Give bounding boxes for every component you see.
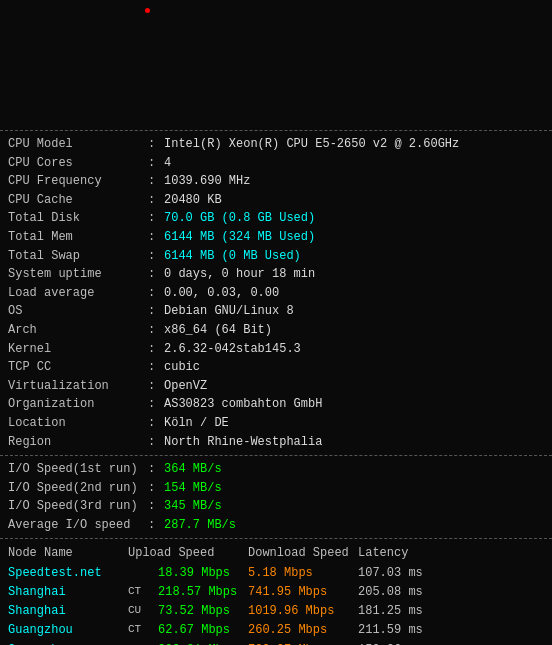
io-run1-row: I/O Speed(1st run) : 364 MB/s: [8, 460, 544, 479]
node-badge: CU: [128, 602, 158, 621]
node-badge: CT: [128, 621, 158, 640]
arch-value: x86_64 (64 Bit): [164, 321, 544, 340]
org-value: AS30823 combahton GmbH: [164, 395, 544, 414]
node-latency: 205.08 ms: [358, 583, 423, 602]
cpu-model-value: Intel(R) Xeon(R) CPU E5-2650 v2 @ 2.60GH…: [164, 135, 544, 154]
table-row: Shanghai CT 218.57 Mbps 741.95 Mbps 205.…: [8, 583, 544, 602]
location-row: Location : Köln / DE: [8, 414, 544, 433]
node-download: 789.07 Mbps: [248, 641, 358, 645]
io-run3-row: I/O Speed(3rd run) : 345 MB/s: [8, 497, 544, 516]
node-upload: 73.52 Mbps: [158, 602, 248, 621]
node-name: Speedtest.net: [8, 564, 128, 583]
cpu-model-row: CPU Model : Intel(R) Xeon(R) CPU E5-2650…: [8, 135, 544, 154]
total-swap-row: Total Swap : 6144 MB (0 MB Used): [8, 247, 544, 266]
region-label: Region: [8, 433, 148, 452]
arch-row: Arch : x86_64 (64 Bit): [8, 321, 544, 340]
kernel-value: 2.6.32-042stab145.3: [164, 340, 544, 359]
io-run1-label: I/O Speed(1st run): [8, 460, 148, 479]
cpu-model-colon: :: [148, 135, 164, 154]
load-avg-value: 0.00, 0.03, 0.00: [164, 284, 544, 303]
sys-uptime-label: System uptime: [8, 265, 148, 284]
total-mem-value: 6144 MB (324 MB Used): [164, 228, 544, 247]
os-value: Debian GNU/Linux 8: [164, 302, 544, 321]
io-run3-label: I/O Speed(3rd run): [8, 497, 148, 516]
tcp-cc-row: TCP CC : cubic: [8, 358, 544, 377]
cpu-cores-label: CPU Cores: [8, 154, 148, 173]
cpu-freq-row: CPU Frequency : 1039.690 MHz: [8, 172, 544, 191]
node-download: 1019.96 Mbps: [248, 602, 358, 621]
io-avg-row: Average I/O speed : 287.7 MB/s: [8, 516, 544, 535]
io-avg-value: 287.7 MB/s: [164, 516, 236, 535]
location-label: Location: [8, 414, 148, 433]
cpu-cores-row: CPU Cores : 4: [8, 154, 544, 173]
header-latency: Latency: [358, 543, 448, 563]
os-row: OS : Debian GNU/Linux 8: [8, 302, 544, 321]
total-mem-row: Total Mem : 6144 MB (324 MB Used): [8, 228, 544, 247]
node-upload: 18.39 Mbps: [158, 564, 248, 583]
load-avg-label: Load average: [8, 284, 148, 303]
io-run2-row: I/O Speed(2nd run) : 154 MB/s: [8, 479, 544, 498]
total-disk-label: Total Disk: [8, 209, 148, 228]
arch-label: Arch: [8, 321, 148, 340]
total-swap-value: 6144 MB (0 MB Used): [164, 247, 544, 266]
header-name: Node Name: [8, 543, 128, 563]
io-avg-label: Average I/O speed: [8, 516, 148, 535]
node-table-header: Node Name Upload Speed Download Speed La…: [8, 543, 544, 563]
node-latency: 107.03 ms: [358, 564, 423, 583]
node-latency: 181.25 ms: [358, 602, 423, 621]
total-swap-label: Total Swap: [8, 247, 148, 266]
node-download: 5.18 Mbps: [248, 564, 358, 583]
table-row: Speedtest.net 18.39 Mbps 5.18 Mbps 107.0…: [8, 564, 544, 583]
load-avg-row: Load average : 0.00, 0.03, 0.00: [8, 284, 544, 303]
node-name: Guangzhou: [8, 641, 128, 645]
kernel-row: Kernel : 2.6.32-042stab145.3: [8, 340, 544, 359]
node-upload: 62.67 Mbps: [158, 621, 248, 640]
io-run2-value: 154 MB/s: [164, 479, 222, 498]
io-run2-label: I/O Speed(2nd run): [8, 479, 148, 498]
node-name: Guangzhou: [8, 621, 128, 640]
node-download: 741.95 Mbps: [248, 583, 358, 602]
node-name: Shanghai: [8, 602, 128, 621]
node-badge: CT: [128, 583, 158, 602]
region-value: North Rhine-Westphalia: [164, 433, 544, 452]
cpu-cache-value: 20480 KB: [164, 191, 544, 210]
red-dot: [145, 8, 150, 13]
top-banner: [0, 0, 552, 130]
region-row: Region : North Rhine-Westphalia: [8, 433, 544, 452]
header-download: Download Speed: [248, 543, 358, 563]
node-download: 260.25 Mbps: [248, 621, 358, 640]
total-disk-row: Total Disk : 70.0 GB (0.8 GB Used): [8, 209, 544, 228]
virt-value: OpenVZ: [164, 377, 544, 396]
node-upload: 202.81 Mbps: [158, 641, 248, 645]
cpu-freq-label: CPU Frequency: [8, 172, 148, 191]
table-row: Shanghai CU 73.52 Mbps 1019.96 Mbps 181.…: [8, 602, 544, 621]
os-label: OS: [8, 302, 148, 321]
sys-uptime-row: System uptime : 0 days, 0 hour 18 min: [8, 265, 544, 284]
kernel-label: Kernel: [8, 340, 148, 359]
sys-uptime-value: 0 days, 0 hour 18 min: [164, 265, 544, 284]
cpu-cache-row: CPU Cache : 20480 KB: [8, 191, 544, 210]
node-latency: 159.26 ms: [358, 641, 423, 645]
org-row: Organization : AS30823 combahton GmbH: [8, 395, 544, 414]
node-badge: CU: [128, 641, 158, 645]
tcp-cc-value: cubic: [164, 358, 544, 377]
node-upload: 218.57 Mbps: [158, 583, 248, 602]
header-upload: Upload Speed: [128, 543, 248, 563]
table-row: Guangzhou CU 202.81 Mbps 789.07 Mbps 159…: [8, 641, 544, 645]
total-disk-value: 70.0 GB (0.8 GB Used): [164, 209, 544, 228]
cpu-freq-value: 1039.690 MHz: [164, 172, 544, 191]
virt-label: Virtualization: [8, 377, 148, 396]
system-info: CPU Model : Intel(R) Xeon(R) CPU E5-2650…: [0, 131, 552, 455]
total-mem-label: Total Mem: [8, 228, 148, 247]
node-rows: Speedtest.net 18.39 Mbps 5.18 Mbps 107.0…: [8, 564, 544, 645]
io-info: I/O Speed(1st run) : 364 MB/s I/O Speed(…: [0, 456, 552, 538]
node-latency: 211.59 ms: [358, 621, 423, 640]
virt-row: Virtualization : OpenVZ: [8, 377, 544, 396]
cpu-cache-label: CPU Cache: [8, 191, 148, 210]
io-run3-value: 345 MB/s: [164, 497, 222, 516]
cpu-model-label: CPU Model: [8, 135, 148, 154]
node-table: Node Name Upload Speed Download Speed La…: [0, 539, 552, 645]
location-value: Köln / DE: [164, 414, 544, 433]
node-badge: [128, 564, 158, 583]
tcp-cc-label: TCP CC: [8, 358, 148, 377]
